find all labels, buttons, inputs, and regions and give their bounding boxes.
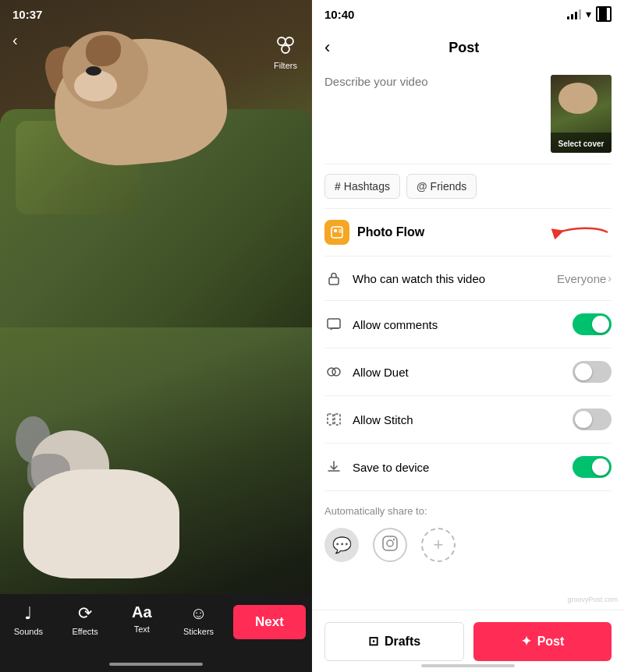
stickers-icon: ☺ [190, 603, 207, 624]
allow-comments-label: Allow comments [353, 318, 573, 331]
next-button[interactable]: Next [233, 605, 306, 639]
hashtag-label: Hashtags [344, 180, 390, 193]
svg-point-11 [332, 368, 340, 376]
right-status-bar: 10:40 ▾ █ [312, 0, 624, 28]
svg-point-1 [285, 37, 293, 45]
svg-rect-12 [328, 414, 333, 425]
toolbar-text[interactable]: Aa Text [113, 603, 170, 634]
filters-button[interactable]: Filters [271, 31, 300, 70]
post-button[interactable]: ✦ Post [473, 622, 612, 661]
toolbar-items: ♩ Sounds ⟳ Effects Aa Text ☺ Stickers Ne… [0, 603, 312, 639]
description-input[interactable] [324, 75, 541, 122]
hashtag-symbol: # [335, 180, 341, 193]
share-messages-button[interactable]: 💬 [324, 528, 359, 562]
post-title: Post [339, 40, 588, 56]
allow-comments-toggle[interactable] [573, 313, 612, 335]
allow-stitch-label: Allow Stitch [353, 413, 573, 426]
sounds-label: Sounds [14, 627, 43, 636]
tags-row: # Hashtags @ Friends [324, 164, 612, 209]
svg-rect-14 [383, 536, 397, 550]
photo-flow-icon [324, 220, 349, 245]
right-nav: ‹ Post [312, 28, 624, 67]
svg-point-0 [278, 37, 285, 45]
svg-point-2 [282, 45, 289, 53]
allow-stitch-toggle[interactable] [573, 409, 612, 430]
right-back-button[interactable]: ‹ [321, 34, 333, 61]
messages-icon: 💬 [332, 536, 352, 554]
right-content: Select cover # Hashtags @ Friends [312, 67, 624, 571]
left-back-button[interactable]: ‹ [12, 31, 18, 49]
at-symbol: @ [417, 180, 427, 193]
share-instagram-button[interactable] [373, 528, 407, 562]
filters-label: Filters [274, 61, 297, 70]
right-home-indicator [421, 664, 515, 667]
allow-stitch-row: Allow Stitch [324, 396, 612, 444]
hashtag-button[interactable]: # Hashtags [324, 174, 400, 199]
watermark: groovyPost.com [567, 596, 618, 603]
left-time: 10:37 [12, 8, 42, 21]
toolbar-effects[interactable]: ⟳ Effects [57, 603, 114, 636]
sounds-icon: ♩ [24, 603, 32, 624]
auto-share-label: Automatically share to: [324, 505, 612, 517]
signal-icon [567, 9, 581, 19]
text-label: Text [134, 624, 150, 634]
who-can-watch-row[interactable]: Who can watch this video Everyone › [324, 256, 612, 301]
duet-icon [324, 363, 343, 381]
allow-duet-label: Allow Duet [353, 366, 573, 379]
friends-label: Friends [431, 180, 467, 193]
save-device-row: Save to device [324, 444, 612, 491]
who-can-watch-value: Everyone › [557, 272, 612, 285]
comment-icon [324, 315, 343, 334]
left-bottom-bar: ♩ Sounds ⟳ Effects Aa Text ☺ Stickers Ne… [0, 594, 312, 672]
svg-point-16 [393, 538, 395, 539]
filters-icon [271, 31, 300, 59]
left-panel: 10:37 ‹ Filters ♩ Sounds ⟳ Effects Aa [0, 0, 312, 672]
effects-icon: ⟳ [78, 603, 92, 624]
allow-duet-row: Allow Duet [324, 348, 612, 396]
effects-label: Effects [72, 627, 98, 636]
description-row: Select cover [324, 67, 612, 164]
share-add-button[interactable]: + [421, 528, 456, 562]
allow-duet-toggle[interactable] [573, 361, 612, 383]
right-time: 10:40 [324, 8, 354, 21]
drafts-button[interactable]: ⊡ Drafts [324, 622, 464, 661]
svg-rect-4 [334, 229, 337, 232]
toolbar-sounds[interactable]: ♩ Sounds [0, 603, 57, 636]
stickers-label: Stickers [183, 627, 214, 636]
toolbar-stickers[interactable]: ☺ Stickers [170, 603, 227, 636]
select-cover-overlay: Select cover [551, 133, 612, 153]
dog-nose [86, 66, 101, 76]
svg-rect-13 [335, 414, 340, 425]
dog-bottom [8, 423, 203, 578]
left-home-indicator [109, 663, 203, 666]
add-icon: + [434, 535, 444, 555]
text-icon: Aa [132, 603, 152, 621]
status-icons: ▾ █ [567, 6, 612, 22]
save-device-icon [324, 458, 343, 476]
dog-top [23, 23, 296, 257]
photo-flow-row: Photo Flow [324, 209, 612, 256]
bottom-buttons: ⊡ Drafts ✦ Post [312, 610, 624, 672]
wifi-icon: ▾ [586, 8, 591, 20]
allow-comments-row: Allow comments [324, 301, 612, 348]
next-btn-container: Next [227, 603, 312, 639]
instagram-icon [381, 535, 399, 556]
save-device-label: Save to device [353, 461, 573, 474]
lock-icon [324, 269, 343, 288]
dog-bottom-body [23, 469, 179, 578]
svg-rect-9 [328, 319, 340, 328]
save-device-toggle[interactable] [573, 456, 612, 478]
drafts-label: Drafts [385, 635, 420, 649]
who-can-watch-label: Who can watch this video [353, 272, 557, 285]
friends-button[interactable]: @ Friends [406, 174, 477, 199]
red-arrow [549, 223, 612, 242]
post-label: Post [537, 635, 565, 649]
stitch-icon [324, 410, 343, 429]
auto-share-section: Automatically share to: 💬 + [324, 491, 612, 571]
share-icons-row: 💬 + [324, 528, 612, 562]
svg-point-15 [387, 540, 393, 546]
cover-thumbnail[interactable]: Select cover [551, 75, 612, 153]
right-panel: 10:40 ▾ █ ‹ Post Select cover [312, 0, 624, 672]
svg-rect-8 [329, 278, 339, 285]
select-cover-label: Select cover [558, 140, 604, 148]
